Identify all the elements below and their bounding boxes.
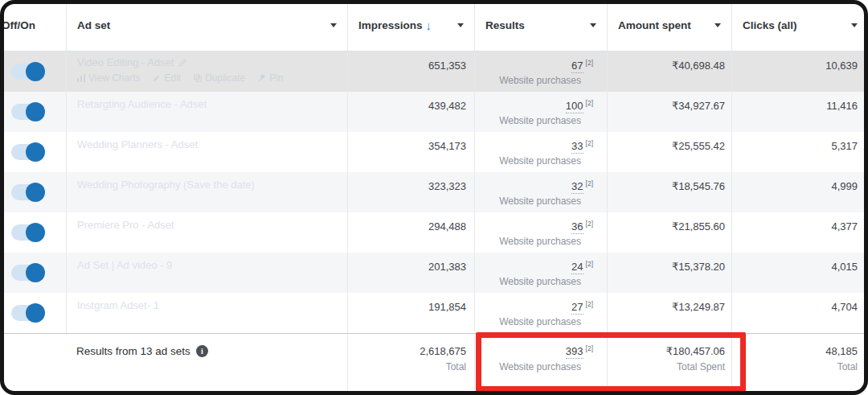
ad-set-cell: Instgram Adset- 1 xyxy=(66,293,347,333)
ad-set-cell: Wedding Planners - Adset xyxy=(66,132,347,172)
toggle-knob-icon xyxy=(26,183,45,202)
toggle-knob-icon xyxy=(26,62,45,81)
results-cell: 32[2] Website purchases xyxy=(474,172,607,212)
column-header-amount-spent[interactable]: Amount spent xyxy=(607,0,731,51)
clicks-value: 4,377 xyxy=(731,212,868,253)
results-value[interactable]: 24 xyxy=(571,261,583,274)
results-cell: 24[2] Website purchases xyxy=(474,253,607,293)
edit-pencil-icon[interactable] xyxy=(178,58,187,67)
table-row: Wedding Planners - Adset 354,173 33[2] W… xyxy=(0,132,868,172)
clicks-total: 48,185 xyxy=(732,345,858,357)
column-header-impressions[interactable]: Impressions ↓ xyxy=(347,0,474,51)
table-row: Wedding Photography (Save the date) 323,… xyxy=(0,172,868,212)
chevron-down-icon[interactable] xyxy=(590,23,596,27)
attribution-superscript: [2] xyxy=(586,344,593,352)
edit-action[interactable]: Edit xyxy=(153,72,181,84)
ad-set-name-link[interactable]: Wedding Planners - Adset xyxy=(77,138,198,150)
ad-set-toggle[interactable] xyxy=(11,64,43,80)
clicks-value: 11,416 xyxy=(731,92,868,132)
results-value[interactable]: 27 xyxy=(571,301,583,315)
chevron-down-icon[interactable] xyxy=(851,23,858,27)
ad-set-toggle[interactable] xyxy=(11,184,43,200)
attribution-superscript: [2] xyxy=(586,260,593,268)
amount-spent-value: ₹21,855.60 xyxy=(607,212,731,253)
table-row: Instgram Adset- 1 191,854 27[2] Website … xyxy=(0,293,868,333)
results-cell: 33[2] Website purchases xyxy=(474,132,607,172)
results-cell: 27[2] Website purchases xyxy=(474,293,607,333)
results-total-label: Website purchases xyxy=(475,361,607,372)
results-value[interactable]: 33 xyxy=(571,140,583,154)
amount-spent-value: ₹13,249.87 xyxy=(607,293,731,333)
ad-set-toggle[interactable] xyxy=(11,305,43,321)
clicks-value: 4,999 xyxy=(731,172,868,212)
column-header-ad-set[interactable]: Ad set xyxy=(66,0,347,51)
edit-icon xyxy=(153,74,161,82)
ad-set-cell: Wedding Photography (Save the date) xyxy=(66,172,347,212)
ad-set-toggle[interactable] xyxy=(11,265,43,281)
impressions-value: 439,482 xyxy=(347,92,474,132)
results-value[interactable]: 67 xyxy=(571,60,583,73)
impressions-value: 191,854 xyxy=(347,293,474,333)
amount-spent-value: ₹25,555.42 xyxy=(607,132,731,172)
ad-set-name-link[interactable]: Retargting Audience - Adset xyxy=(77,98,207,110)
ad-set-name-link[interactable]: Wedding Photography (Save the date) xyxy=(77,179,255,191)
ad-set-name-link[interactable]: Video Editing - Adset xyxy=(77,56,187,68)
duplicate-icon xyxy=(194,74,202,82)
ad-set-toggle[interactable] xyxy=(11,224,43,241)
impressions-value: 651,353 xyxy=(347,51,474,92)
ad-set-toggle[interactable] xyxy=(11,104,43,120)
results-cell: 100[2] Website purchases xyxy=(474,92,607,132)
ad-set-name-link[interactable]: Instgram Adset- 1 xyxy=(77,299,159,311)
results-value[interactable]: 36 xyxy=(571,220,583,234)
column-header-off-on: Off/On xyxy=(0,0,66,51)
toggle-cell xyxy=(0,212,66,253)
toggle-cell xyxy=(0,92,66,132)
clicks-value: 10,639 xyxy=(731,51,868,92)
view-charts-action[interactable]: View Charts xyxy=(77,72,140,84)
column-header-clicks[interactable]: Clicks (all) xyxy=(731,0,868,51)
ad-set-name-link[interactable]: Ad Set | Ad video - 9 xyxy=(77,259,172,271)
column-header-results[interactable]: Results xyxy=(474,0,607,51)
toggle-knob-icon xyxy=(26,303,45,323)
chevron-down-icon[interactable] xyxy=(330,23,337,27)
ad-set-cell: Retargting Audience - Adset xyxy=(66,92,347,132)
chevron-down-icon[interactable] xyxy=(714,23,721,27)
ad-set-toggle[interactable] xyxy=(11,144,43,160)
impressions-total-cell: 2,618,675 Total xyxy=(347,334,474,395)
ad-set-cell: Video Editing - Adset View Charts Edit D… xyxy=(66,51,347,92)
results-label: Results xyxy=(485,19,525,31)
results-value[interactable]: 100 xyxy=(566,100,583,113)
clicks-total-cell: 48,185 Total xyxy=(731,334,868,395)
amount-spent-value: ₹40,698.48 xyxy=(607,51,731,92)
ad-set-label: Ad set xyxy=(77,19,110,31)
attribution-superscript: [2] xyxy=(586,99,593,107)
summary-label: Results from 13 ad sets i xyxy=(0,334,347,395)
toggle-cell xyxy=(0,51,66,92)
sort-desc-icon[interactable]: ↓ xyxy=(426,19,432,32)
ad-set-name-link[interactable]: Premiere Pro - Adset xyxy=(77,219,174,231)
toggle-knob-icon xyxy=(26,142,45,162)
clicks-value: 4,015 xyxy=(731,253,868,293)
impressions-value: 323,323 xyxy=(347,172,474,212)
amount-spent-value: ₹15,378.20 xyxy=(607,253,731,293)
duplicate-action[interactable]: Duplicate xyxy=(194,72,245,84)
summary-row: Results from 13 ad sets i 2,618,675 Tota… xyxy=(0,333,868,395)
results-type-label: Website purchases xyxy=(475,316,607,327)
table-row: Premiere Pro - Adset 294,488 36[2] Websi… xyxy=(0,212,868,253)
results-type-label: Website purchases xyxy=(475,195,607,207)
attribution-superscript: [2] xyxy=(586,179,593,187)
results-total[interactable]: 393 xyxy=(566,345,583,359)
results-type-label: Website purchases xyxy=(475,75,607,86)
impressions-value: 354,173 xyxy=(347,132,474,172)
clicks-value: 5,317 xyxy=(731,132,868,172)
pin-icon xyxy=(258,74,266,82)
results-type-label: Website purchases xyxy=(475,276,607,287)
table-row: Retargting Audience - Adset 439,482 100[… xyxy=(0,92,868,132)
amount-total: ₹180,457.06 xyxy=(608,345,725,357)
results-value[interactable]: 32 xyxy=(571,180,583,194)
table-header: Off/On Ad set Impressions ↓ Results Amou… xyxy=(0,0,868,51)
info-icon[interactable]: i xyxy=(196,345,208,357)
view-charts-icon xyxy=(77,74,85,82)
pin-action[interactable]: Pin xyxy=(258,72,283,84)
chevron-down-icon[interactable] xyxy=(457,23,464,27)
